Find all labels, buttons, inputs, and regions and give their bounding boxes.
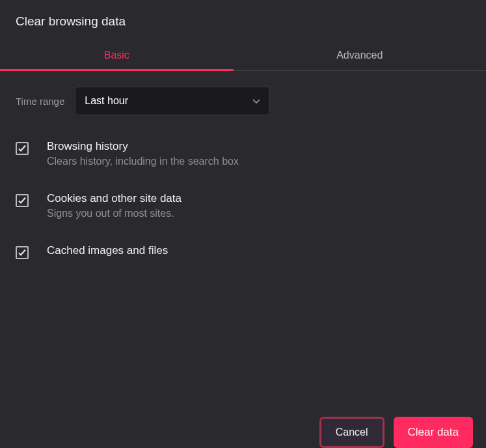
dialog-footer: Cancel Clear data	[319, 417, 473, 448]
cancel-button[interactable]: Cancel	[319, 417, 385, 448]
option-desc: Clears history, including in the search …	[47, 156, 239, 167]
time-range-value: Last hour	[85, 95, 128, 106]
option-cookies: Cookies and other site data Signs you ou…	[16, 191, 470, 219]
time-range-select[interactable]: Last hour	[75, 87, 270, 115]
chevron-down-icon	[252, 95, 260, 107]
time-range-label: Time range	[16, 96, 64, 107]
option-cache: Cached images and files	[16, 243, 470, 259]
tab-basic[interactable]: Basic	[0, 40, 234, 70]
check-icon	[18, 144, 27, 153]
option-text: Browsing history Clears history, includi…	[47, 139, 239, 167]
option-title: Cached images and files	[47, 243, 168, 259]
check-icon	[18, 196, 27, 205]
checkbox-cookies[interactable]	[16, 194, 29, 207]
option-browsing-history: Browsing history Clears history, includi…	[16, 139, 470, 167]
option-text: Cookies and other site data Signs you ou…	[47, 191, 182, 219]
dialog-content: Time range Last hour Browsing history Cl…	[0, 71, 486, 298]
checkbox-browsing-history[interactable]	[16, 142, 29, 155]
option-text: Cached images and files	[47, 243, 168, 259]
dialog-title: Clear browsing data	[0, 0, 486, 40]
checkbox-cache[interactable]	[16, 246, 29, 259]
tab-advanced[interactable]: Advanced	[234, 40, 486, 70]
option-desc: Signs you out of most sites.	[47, 208, 182, 219]
option-title: Browsing history	[47, 139, 239, 154]
time-range-row: Time range Last hour	[16, 87, 470, 115]
clear-data-button[interactable]: Clear data	[394, 417, 473, 448]
option-title: Cookies and other site data	[47, 191, 182, 206]
check-icon	[18, 248, 27, 257]
tab-bar: Basic Advanced	[0, 40, 486, 71]
cancel-button-label: Cancel	[321, 419, 383, 446]
